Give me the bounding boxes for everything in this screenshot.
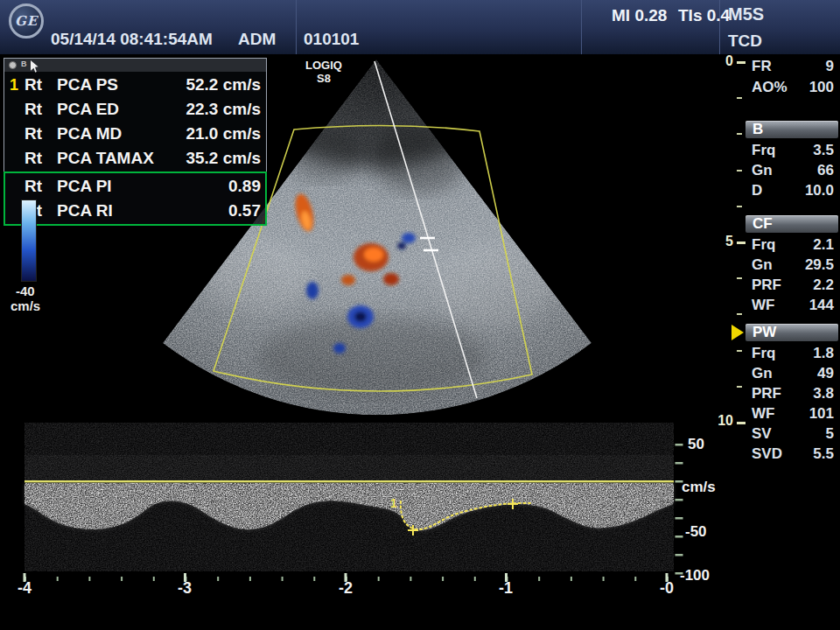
measurement-value: 21.0 cm/s (186, 124, 261, 144)
trace-number: 1 (390, 496, 397, 510)
section-header-pw: PW (746, 324, 838, 341)
section-header-b: B (746, 121, 838, 138)
velocity-label: -100 (680, 567, 710, 584)
status-dot-icon (9, 61, 17, 69)
spectral-baseline[interactable] (24, 480, 674, 482)
depth-tick (737, 386, 742, 388)
param-label: AO% (752, 79, 788, 96)
time-label: -2 (339, 579, 353, 598)
spectral-doppler-display: 1 (0, 420, 840, 604)
measurement-side: Rt (24, 177, 57, 196)
param-value: 10.0 (805, 182, 834, 200)
param-label: PRF (752, 385, 781, 402)
selected-results-box: Rt PCA PI 0.89 Rt PCA RI 0.57 (4, 172, 267, 226)
param-value: 9 (826, 58, 834, 75)
param-row: Frq 2.1 (746, 236, 838, 254)
param-row: Frq 1.8 (746, 345, 838, 362)
param-row: D 10.0 (746, 182, 838, 200)
measurement-row[interactable]: Rt PCA RI 0.57 (10, 199, 261, 223)
param-label: Frq (752, 142, 775, 159)
param-row: WF 144 (746, 297, 838, 314)
ultrasound-screen: GE 05/14/14 08:41:54AM ADM 010101 MI 0.2… (0, 0, 840, 630)
param-row-ao: AO% 100 (746, 79, 838, 96)
param-label: Frq (752, 345, 775, 362)
tis-value: TIs 0.4 (678, 6, 730, 25)
depth-tick (737, 97, 742, 99)
measurement-name: PCA MD (57, 124, 186, 144)
preset-label: TCD (728, 32, 762, 51)
datetime-label: 05/14/14 08:41:54AM (51, 30, 213, 49)
header-divider (296, 0, 297, 54)
ge-logo: GE (9, 4, 44, 38)
param-label: Gn (752, 256, 773, 274)
measurement-name: PCA PI (57, 177, 228, 196)
mi-value: MI 0.28 (612, 6, 667, 25)
measurement-name: PCA RI (57, 201, 228, 220)
time-label: -0 (660, 579, 674, 598)
param-label: Gn (752, 162, 773, 179)
measurement-value: 0.89 (228, 177, 261, 196)
param-value: 29.5 (805, 256, 834, 274)
measurement-side: Rt (24, 75, 57, 94)
measurement-side: Rt (24, 149, 57, 168)
time-label: -4 (18, 579, 32, 598)
measurement-value: 35.2 cm/s (186, 149, 261, 168)
measurement-name: PCA TAMAX (57, 149, 186, 168)
param-value: 2.2 (813, 276, 834, 294)
measurement-value: 0.57 (228, 201, 261, 220)
measurement-side: Rt (24, 124, 57, 144)
measurement-panel-titlebar: B (4, 59, 266, 72)
param-value: 49 (817, 365, 834, 382)
operator-label: ADM (238, 30, 276, 49)
depth-tick (737, 242, 746, 244)
param-label: Frq (752, 236, 775, 254)
param-value: 66 (817, 162, 834, 179)
param-label: D (752, 182, 762, 200)
measurement-value: 52.2 cm/s (186, 75, 261, 94)
header-bar: GE 05/14/14 08:41:54AM ADM 010101 MI 0.2… (0, 0, 840, 54)
probe-label: M5S (728, 4, 764, 24)
brand-line1: LOGIQ (289, 59, 359, 72)
ge-logo-text: GE (15, 13, 38, 29)
measurement-row[interactable]: Rt PCA ED 22.3 cm/s (10, 97, 261, 122)
param-row: Gn 66 (746, 162, 838, 179)
velocity-unit-label: cm/s (682, 479, 716, 496)
depth-label: 5 (716, 234, 733, 249)
velocity-label: -50 (685, 523, 707, 541)
param-row: Gn 29.5 (746, 256, 838, 274)
measurement-row[interactable]: Rt PCA TAMAX 35.2 cm/s (10, 146, 261, 171)
header-divider (581, 0, 582, 54)
param-value: 100 (809, 79, 834, 96)
measurement-value: 22.3 cm/s (186, 100, 261, 119)
measurement-row[interactable]: Rt PCA MD 21.0 cm/s (10, 122, 261, 146)
param-label: Gn (752, 365, 773, 382)
patient-id-label: 010101 (304, 30, 359, 49)
measurement-row[interactable]: Rt PCA PI 0.89 (10, 174, 261, 199)
depth-tick (737, 277, 742, 279)
param-row: PRF 2.2 (746, 276, 838, 294)
param-value: 2.1 (813, 236, 834, 254)
measurement-row[interactable]: 1 Rt PCA PS 52.2 cm/s (10, 73, 261, 97)
measurement-name: PCA PS (57, 75, 186, 94)
measurement-side: Rt (24, 100, 57, 119)
depth-tick (737, 313, 742, 315)
param-label: PRF (752, 276, 781, 294)
time-label: -3 (178, 579, 192, 598)
depth-label: 0 (716, 53, 733, 69)
time-label: -1 (499, 579, 513, 598)
system-brand-label: LOGIQ S8 (289, 59, 359, 85)
velocity-label: 50 (688, 436, 704, 453)
depth-tick (737, 61, 746, 64)
brand-line2: S8 (289, 72, 359, 85)
param-row: Gn 49 (746, 365, 838, 382)
param-label: WF (752, 297, 774, 314)
param-value: 3.5 (813, 142, 834, 159)
active-mode-arrow-icon (732, 325, 744, 340)
param-label: FR (752, 58, 772, 75)
measurement-index: 1 (10, 76, 24, 94)
param-value: 144 (809, 297, 834, 314)
param-value: 3.8 (813, 385, 834, 402)
measurement-results-panel: B 1 Rt PCA PS 52.2 cm/s Rt PCA ED 22.3 c… (4, 58, 267, 226)
measurement-name: PCA ED (57, 100, 186, 119)
param-row-fr: FR 9 (746, 58, 838, 75)
